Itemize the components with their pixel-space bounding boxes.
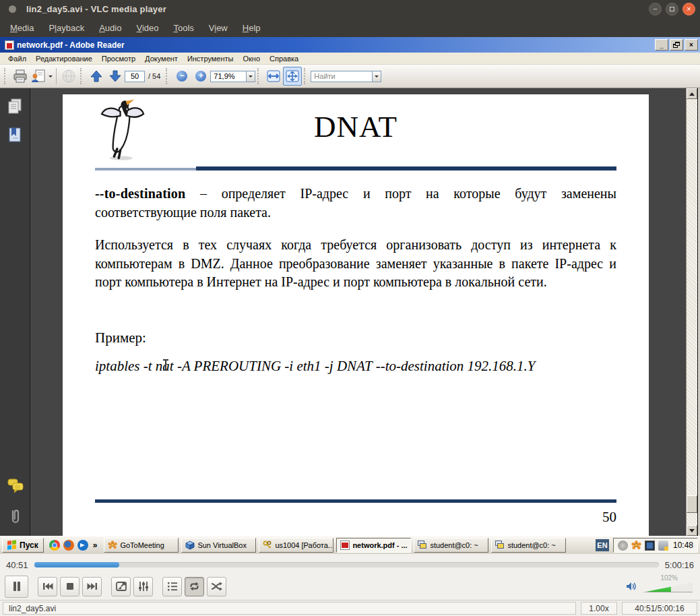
scrollbar-thumb[interactable] — [687, 495, 697, 513]
toolbar-grip — [166, 68, 170, 84]
zoom-level-field[interactable]: 71,9% — [210, 71, 247, 82]
zoom-in-icon: + — [195, 71, 206, 82]
scroll-up-button[interactable] — [687, 88, 697, 99]
stop-button[interactable] — [60, 577, 79, 596]
task-putty-1[interactable]: student@c0: ~ — [414, 538, 488, 553]
pause-icon — [12, 581, 22, 592]
tray-update-icon[interactable] — [658, 541, 668, 551]
statusbar-time[interactable]: 40:51/5:00:16 — [622, 602, 697, 615]
next-button[interactable] — [82, 577, 102, 596]
adobe-menu-file[interactable]: Файл — [3, 53, 31, 64]
document-area[interactable]: DNAT --to-destination – определяет IP-ад… — [30, 88, 686, 536]
total-time: 5:00:16 — [665, 560, 694, 570]
tray-network-icon[interactable] — [645, 541, 655, 551]
vlc-seek-row: 40:51 5:00:16 — [0, 555, 700, 574]
chrome-icon[interactable] — [49, 540, 60, 551]
task-putty-2[interactable]: student@c0: ~ — [491, 538, 566, 553]
adobe-menu-window[interactable]: Окно — [238, 53, 265, 64]
adobe-minimize-button[interactable]: _ — [655, 39, 668, 51]
adobe-restore-button[interactable] — [670, 39, 683, 51]
menu-tools[interactable]: Tools — [166, 20, 201, 36]
zoom-out-button[interactable]: − — [172, 67, 191, 86]
task-virtualbox[interactable]: Sun VirtualBox — [181, 538, 256, 553]
extended-settings-button[interactable] — [133, 577, 153, 596]
windows-taskbar: Пуск » GoToMeeting Sun VirtualBox — [0, 536, 700, 554]
menu-view[interactable]: View — [201, 20, 235, 36]
menu-audio[interactable]: Audio — [92, 20, 129, 36]
statusbar-speed[interactable]: 1.00x — [581, 602, 617, 615]
system-tray: 10:48 — [613, 538, 698, 553]
fit-page-button[interactable] — [283, 67, 302, 86]
find-input[interactable] — [311, 71, 373, 82]
quick-launch-overflow-chevron[interactable]: » — [92, 541, 99, 550]
scroll-down-button[interactable] — [687, 525, 697, 536]
zoom-in-button[interactable]: + — [191, 67, 210, 86]
adobe-close-button[interactable]: × — [685, 39, 698, 51]
term-to-destination: --to-destination — [95, 186, 185, 201]
previous-button[interactable] — [38, 577, 57, 596]
paperclip-icon — [7, 507, 23, 526]
dropdown-caret-icon — [49, 75, 53, 80]
task-network-pdf[interactable]: network.pdf - ... — [336, 538, 411, 553]
page-number-input[interactable] — [125, 71, 145, 82]
volume-fill — [643, 582, 671, 592]
print-button[interactable] — [11, 67, 30, 86]
menu-video[interactable]: Video — [129, 20, 166, 36]
task-us1004[interactable]: us1004 [Работа... — [259, 538, 333, 553]
tray-volume-icon[interactable] — [618, 541, 628, 551]
adobe-menu-document[interactable]: Документ — [140, 53, 183, 64]
adobe-menu-view[interactable]: Просмотр — [97, 53, 140, 64]
vertical-scrollbar[interactable] — [686, 88, 697, 536]
pause-button[interactable] — [5, 576, 28, 598]
seek-slider[interactable] — [34, 562, 659, 567]
zoom-dropdown-button[interactable] — [247, 71, 255, 82]
start-button[interactable]: Пуск — [2, 538, 44, 553]
vlc-menubar: Media Playback Audio Video Tools View He… — [0, 18, 700, 37]
adobe-menu-help[interactable]: Справка — [265, 53, 303, 64]
comments-panel-button[interactable] — [7, 478, 24, 494]
toolbar-grip — [257, 68, 262, 84]
fit-width-button[interactable] — [264, 67, 283, 86]
menu-help[interactable]: Help — [235, 20, 268, 36]
playlist-button[interactable] — [162, 577, 182, 596]
language-indicator[interactable]: EN — [596, 539, 609, 551]
fullscreen-button[interactable] — [111, 577, 131, 596]
zoom-out-icon: − — [177, 71, 187, 82]
tray-gotomeeting-icon[interactable] — [631, 541, 641, 551]
fit-page-icon — [285, 69, 300, 83]
collaborate-button[interactable] — [30, 67, 53, 86]
vlc-titlebar: lin2_day5.avi - VLC media player − × — [0, 0, 700, 18]
adobe-menu-tools[interactable]: Инструменты — [183, 53, 238, 64]
find-dropdown-button[interactable] — [373, 71, 381, 82]
bookmarks-panel-button[interactable] — [7, 126, 23, 144]
gotomeeting-flower-icon — [108, 541, 117, 550]
vlc-statusbar: lin2_day5.avi 1.00x 40:51/5:00:16 — [0, 600, 700, 616]
close-button[interactable]: × — [682, 3, 695, 16]
vlc-app-icon — [9, 5, 16, 13]
next-page-button[interactable] — [106, 67, 125, 86]
dropdown-caret-icon — [375, 75, 379, 80]
maximize-button[interactable] — [666, 3, 678, 16]
loop-button[interactable] — [185, 577, 204, 596]
firefox-icon[interactable] — [63, 540, 74, 551]
volume-slider[interactable] — [643, 582, 693, 592]
pages-panel-button[interactable] — [7, 98, 23, 115]
thunderbird-icon[interactable] — [77, 540, 88, 551]
page-count-label: / 54 — [148, 72, 160, 80]
minimize-button[interactable]: − — [649, 3, 662, 16]
volume-control[interactable]: 102% — [625, 580, 695, 592]
shuffle-button[interactable] — [207, 577, 226, 596]
maximize-icon — [670, 7, 674, 11]
video-frame[interactable]: network.pdf - Adobe Reader _ × Файл Реда… — [0, 37, 700, 554]
adobe-menubar: Файл Редактирование Просмотр Документ Ин… — [0, 53, 700, 65]
scrollbar-track[interactable] — [687, 99, 697, 525]
quick-launch: » — [46, 540, 102, 551]
attachments-panel-button[interactable] — [7, 507, 23, 526]
menu-playback[interactable]: Playback — [41, 20, 92, 36]
previous-page-button[interactable] — [87, 67, 106, 86]
adobe-menu-edit[interactable]: Редактирование — [31, 53, 97, 64]
footer-rule — [95, 499, 616, 503]
task-gotomeeting[interactable]: GoToMeeting — [104, 538, 179, 553]
toolbar-grip — [80, 68, 85, 84]
menu-media[interactable]: Media — [3, 20, 41, 36]
